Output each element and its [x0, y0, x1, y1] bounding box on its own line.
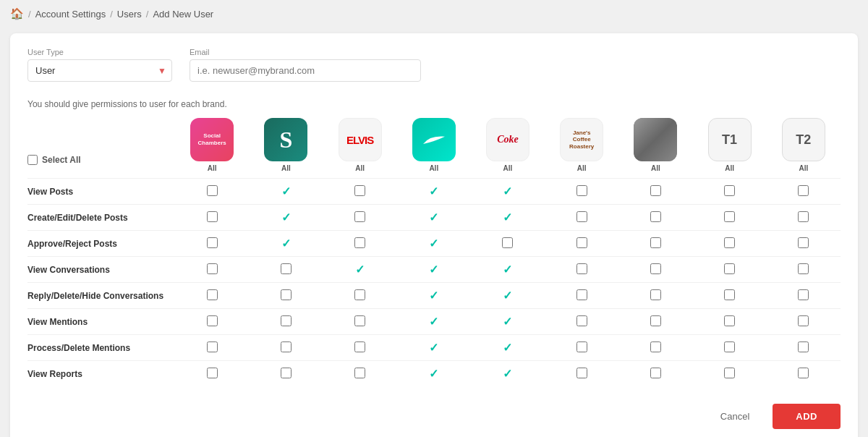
checkmark-icon[interactable]: ✓ — [355, 263, 365, 276]
permission-checkbox[interactable] — [354, 341, 365, 352]
permission-checkbox[interactable] — [650, 211, 661, 222]
permission-checkbox[interactable] — [798, 315, 809, 326]
permission-checkbox[interactable] — [650, 315, 661, 326]
permission-checkbox[interactable] — [576, 237, 587, 248]
permission-checkbox[interactable] — [354, 315, 365, 326]
brand-label-photo: All — [621, 164, 689, 172]
permission-checkbox[interactable] — [281, 368, 292, 378]
permission-checkbox[interactable] — [281, 315, 292, 326]
permission-checkbox[interactable] — [724, 211, 735, 222]
permission-checkbox[interactable] — [798, 237, 809, 248]
permission-checkbox[interactable] — [207, 237, 218, 248]
permission-checkbox[interactable] — [576, 263, 587, 274]
checkmark-icon[interactable]: ✓ — [503, 263, 512, 276]
check-cell — [618, 335, 692, 361]
checkmark-icon[interactable]: ✓ — [429, 368, 438, 380]
permission-checkbox[interactable] — [650, 185, 661, 196]
checkmark-icon[interactable]: ✓ — [429, 185, 438, 198]
breadcrumb-users[interactable]: Users — [117, 9, 142, 20]
permission-checkbox[interactable] — [576, 185, 587, 196]
permission-checkbox[interactable] — [576, 341, 587, 352]
permission-checkbox[interactable] — [281, 263, 292, 274]
cancel-button[interactable]: Cancel — [709, 405, 761, 428]
checkmark-icon[interactable]: ✓ — [503, 315, 512, 328]
permission-checkbox[interactable] — [207, 211, 218, 222]
brand-header-janes: Jane'sCoffeeRoastery All — [545, 118, 618, 179]
select-all-checkbox[interactable] — [27, 155, 38, 165]
brand-label-coke: All — [474, 164, 542, 172]
checkmark-icon[interactable]: ✓ — [503, 289, 512, 302]
permissions-section: You should give permissions to user for … — [27, 99, 841, 386]
brand-icon-t2: T2 — [782, 118, 825, 161]
permission-checkbox[interactable] — [207, 289, 218, 300]
permission-checkbox[interactable] — [354, 237, 365, 248]
add-button[interactable]: ADD — [773, 404, 841, 429]
check-cell — [175, 205, 249, 231]
permission-checkbox[interactable] — [354, 185, 365, 196]
checkmark-icon[interactable]: ✓ — [429, 289, 438, 302]
checkmark-icon[interactable]: ✓ — [429, 315, 438, 328]
permission-checkbox[interactable] — [798, 211, 809, 222]
permission-checkbox[interactable] — [650, 237, 661, 248]
permission-checkbox[interactable] — [207, 368, 218, 378]
user-type-select[interactable]: User Admin Manager — [27, 59, 172, 82]
permission-checkbox[interactable] — [650, 368, 661, 378]
permission-checkbox[interactable] — [281, 289, 292, 300]
check-cell: ✓ — [471, 361, 545, 387]
brand-label-social: All — [178, 164, 246, 172]
check-cell: ✓ — [397, 361, 471, 387]
permission-checkbox[interactable] — [724, 263, 735, 274]
checkmark-icon[interactable]: ✓ — [281, 211, 291, 224]
check-cell: ✓ — [471, 335, 545, 361]
check-cell — [249, 283, 323, 309]
checkmark-icon[interactable]: ✓ — [503, 341, 512, 354]
email-input[interactable] — [190, 59, 421, 82]
permission-checkbox[interactable] — [576, 315, 587, 326]
permission-checkbox[interactable] — [281, 341, 292, 352]
permission-checkbox[interactable] — [798, 263, 809, 274]
permission-checkbox[interactable] — [650, 289, 661, 300]
permission-checkbox[interactable] — [798, 341, 809, 352]
checkmark-icon[interactable]: ✓ — [503, 211, 512, 224]
permission-checkbox[interactable] — [576, 368, 587, 378]
permission-checkbox[interactable] — [207, 341, 218, 352]
permission-checkbox[interactable] — [724, 289, 735, 300]
permission-checkbox[interactable] — [798, 289, 809, 300]
permission-checkbox[interactable] — [798, 185, 809, 196]
permission-checkbox[interactable] — [724, 237, 735, 248]
check-cell — [249, 361, 323, 387]
permission-checkbox[interactable] — [354, 368, 365, 378]
permission-checkbox[interactable] — [502, 237, 513, 248]
checkmark-icon[interactable]: ✓ — [429, 237, 438, 250]
permission-checkbox[interactable] — [576, 211, 587, 222]
permission-checkbox[interactable] — [354, 211, 365, 222]
permission-checkbox[interactable] — [207, 185, 218, 196]
checkmark-icon[interactable]: ✓ — [281, 185, 291, 198]
permission-checkbox[interactable] — [354, 289, 365, 300]
checkmark-icon[interactable]: ✓ — [503, 185, 512, 198]
permission-checkbox[interactable] — [724, 185, 735, 196]
permission-checkbox[interactable] — [207, 263, 218, 274]
check-cell — [618, 205, 692, 231]
permission-checkbox[interactable] — [724, 368, 735, 378]
permission-checkbox[interactable] — [650, 263, 661, 274]
check-cell — [545, 309, 618, 335]
checkmark-icon[interactable]: ✓ — [429, 211, 438, 224]
checkmark-icon[interactable]: ✓ — [429, 341, 438, 354]
permission-label: Create/Edit/Delete Posts — [27, 205, 175, 231]
permission-checkbox[interactable] — [724, 315, 735, 326]
home-icon[interactable]: 🏠 — [10, 7, 24, 20]
check-cell — [692, 309, 766, 335]
permission-checkbox[interactable] — [207, 315, 218, 326]
check-cell — [471, 231, 545, 257]
check-cell: ✓ — [397, 179, 471, 205]
permission-checkbox[interactable] — [798, 368, 809, 378]
checkmark-icon[interactable]: ✓ — [503, 368, 512, 380]
permission-checkbox[interactable] — [576, 289, 587, 300]
permission-checkbox[interactable] — [650, 341, 661, 352]
brand-label-s: All — [252, 164, 320, 172]
checkmark-icon[interactable]: ✓ — [281, 237, 291, 250]
permission-checkbox[interactable] — [724, 341, 735, 352]
breadcrumb-account-settings[interactable]: Account Settings — [35, 9, 106, 20]
checkmark-icon[interactable]: ✓ — [429, 263, 438, 276]
